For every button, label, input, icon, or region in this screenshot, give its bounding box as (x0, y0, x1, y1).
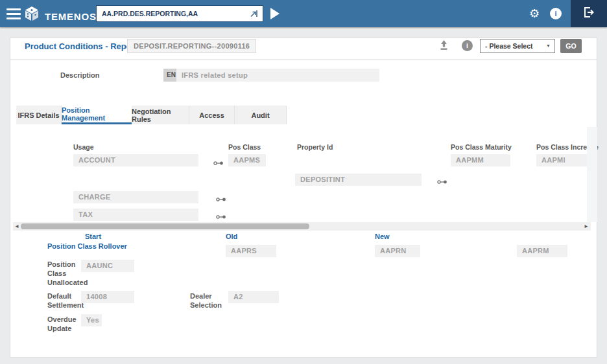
dealer-selection-label: Dealer Selection (190, 291, 226, 310)
position-class-rollover-link[interactable]: Position Class Rollover (47, 242, 127, 250)
pos-class-increase-field[interactable]: AAPMI (536, 154, 587, 166)
vertical-scrollbar[interactable] (587, 127, 597, 222)
horizontal-scrollbar[interactable]: ◄ ► (13, 222, 591, 231)
pos-class-field[interactable]: AAPMS (228, 154, 266, 166)
tab-negotiation-rules[interactable]: Negotiation Rules (132, 106, 189, 124)
overdue-update-label: Overdue Update (47, 315, 83, 333)
scrollbar-thumb[interactable] (21, 223, 309, 229)
sign-out-icon (582, 6, 595, 21)
tab-bar: IFRS Details Position Management Negotia… (16, 106, 287, 124)
command-line-input[interactable]: AA.PRD.DES.REPORTING,AA (96, 5, 263, 22)
expand-link-icon[interactable] (213, 157, 224, 164)
tab-position-management[interactable]: Position Management (62, 106, 132, 124)
app-window: TEMENOS AA.PRD.DES.REPORTING,AA ⚙ i (0, 0, 607, 364)
default-settlement-field[interactable]: 14008 (81, 291, 134, 303)
property-id-header: Property Id (297, 143, 333, 151)
usage-header: Usage (73, 143, 94, 151)
position-class-unallocated-label: Position Class Unallocated (47, 260, 84, 287)
rollover-new-field[interactable]: AAPRN (375, 245, 420, 257)
usage-field-tax[interactable]: TAX (73, 209, 198, 221)
property-id-field[interactable]: DEPOSITINT (295, 174, 422, 186)
chevron-down-icon: ▼ (546, 40, 551, 52)
tab-ifrs-details[interactable]: IFRS Details (16, 106, 62, 124)
rollover-old-field[interactable]: AAPRS (226, 245, 276, 257)
new-column-header: New (375, 233, 390, 240)
rollover-maturity-field[interactable]: AAPRM (517, 245, 567, 257)
description-label: Description (60, 71, 100, 80)
header-info-icon[interactable]: i (462, 40, 473, 51)
usage-field-account[interactable]: ACCOUNT (73, 154, 198, 166)
tab-access[interactable]: Access (189, 106, 235, 124)
temenos-dice-icon (23, 5, 40, 25)
dealer-selection-field[interactable]: A2 (228, 291, 279, 303)
scroll-right-icon[interactable]: ► (584, 222, 589, 231)
expand-link-icon[interactable] (437, 176, 447, 183)
brand-name: TEMENOS (45, 11, 97, 22)
run-command-button[interactable] (270, 8, 280, 19)
scroll-left-icon[interactable]: ◄ (14, 222, 19, 231)
expand-link-icon[interactable] (216, 211, 226, 218)
settings-gear-icon[interactable]: ⚙ (529, 5, 540, 22)
action-select-value: - Please Select (485, 42, 533, 50)
sign-out-button[interactable] (571, 0, 607, 27)
old-column-header: Old (226, 233, 237, 240)
default-settlement-label: Default Settlement (47, 291, 86, 310)
expand-link-icon[interactable] (216, 194, 226, 200)
hamburger-menu-icon[interactable] (6, 8, 21, 19)
upload-icon[interactable] (438, 40, 449, 54)
start-column-header: Start (85, 233, 101, 240)
topbar-info-icon[interactable]: i (550, 8, 562, 19)
overdue-update-field[interactable]: Yes (81, 314, 102, 326)
command-line-value: AA.PRD.DES.REPORTING,AA (97, 10, 249, 17)
pos-class-header: Pos Class (228, 143, 261, 151)
pos-class-maturity-header: Pos Class Maturity (451, 143, 512, 151)
temenos-logo: TEMENOS (23, 5, 97, 25)
usage-field-charge[interactable]: CHARGE (73, 191, 198, 203)
action-select-dropdown[interactable]: - Please Select ▼ (480, 39, 555, 53)
record-id-badge: DEPOSIT.REPORTING--20090116 (127, 39, 256, 53)
top-navigation-bar: TEMENOS AA.PRD.DES.REPORTING,AA ⚙ i (0, 0, 607, 27)
pos-class-maturity-field[interactable]: AAPMM (451, 154, 510, 166)
description-input[interactable]: IFRS related setup (176, 69, 379, 82)
go-button[interactable]: GO (560, 39, 582, 53)
command-launch-icon[interactable] (249, 8, 259, 19)
header-divider (10, 59, 597, 60)
tab-audit[interactable]: Audit (235, 106, 287, 124)
position-class-unallocated-field[interactable]: AAUNC (81, 260, 134, 272)
